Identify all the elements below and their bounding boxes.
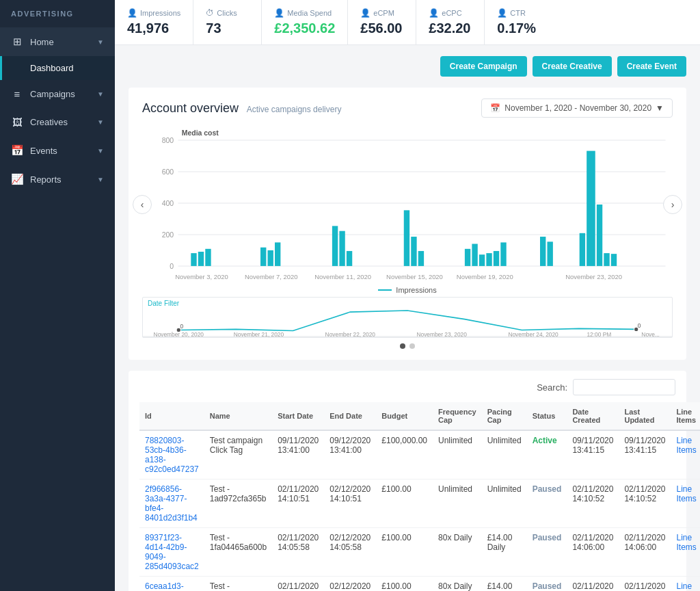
- calendar-icon: 📅: [490, 103, 500, 113]
- stat-impressions: 👤 Impressions 41,976: [115, 0, 193, 44]
- svg-text:800: 800: [162, 137, 174, 144]
- svg-text:November 23, 2020: November 23, 2020: [417, 331, 468, 337]
- clicks-value: 73: [206, 21, 249, 36]
- clicks-label: Clicks: [217, 9, 237, 17]
- ctr-label: CTR: [510, 9, 526, 17]
- svg-text:November 23, 2020: November 23, 2020: [565, 273, 622, 280]
- sidebar-subitem-dashboard-label: Dashboard: [30, 63, 74, 73]
- campaigns-table: Id Name Start Date End Date Budget Frequ…: [139, 402, 700, 591]
- impressions-label: Impressions: [140, 9, 180, 17]
- id-link[interactable]: 89371f23-4d14-42b9-9049-285d4093cac2: [145, 533, 199, 571]
- col-name: Name: [204, 402, 272, 430]
- mini-chart-area: 0 0 November 20, 2020 November 21, 2020 …: [142, 297, 673, 338]
- create-campaign-button[interactable]: Create Campaign: [440, 56, 527, 77]
- sidebar-item-reports-label: Reports: [30, 174, 97, 185]
- ecpc-icon: 👤: [429, 8, 439, 18]
- cell-date-created: 02/11/2020 14:06:00: [567, 528, 619, 577]
- id-link[interactable]: 2f966856-3a3a-4377-bfe4-8401d2d3f1b4: [145, 484, 198, 523]
- cell-frequency-cap: Unlimited: [433, 430, 482, 480]
- cell-pacing-cap: £14.00 Daily: [482, 528, 527, 577]
- svg-rect-18: [339, 231, 345, 266]
- main-area: 👤 Impressions 41,976 ⏱ Clicks 73 👤 Media…: [115, 0, 700, 591]
- chart-area: 800 600 400 200 0 Media cost: [142, 126, 673, 283]
- svg-text:November 20, 2020: November 20, 2020: [154, 331, 204, 337]
- sidebar-item-events[interactable]: 📅 Events ▼: [0, 136, 115, 165]
- ecpm-label: eCPM: [373, 9, 394, 17]
- sidebar-item-home[interactable]: ⊞ Home ▼: [0, 27, 115, 56]
- svg-rect-21: [411, 237, 416, 266]
- line-items-link[interactable]: Line Items: [677, 533, 697, 552]
- svg-text:0: 0: [180, 323, 183, 330]
- svg-text:400: 400: [162, 200, 174, 207]
- chart-title: Account overview: [142, 101, 239, 115]
- cell-budget: £100.00: [376, 577, 433, 592]
- cell-status: Paused: [527, 577, 567, 592]
- sidebar-item-reports[interactable]: 📈 Reports ▼: [0, 165, 115, 194]
- chart-dot-1[interactable]: [400, 343, 405, 349]
- date-range-label: November 1, 2020 - November 30, 2020: [504, 103, 651, 113]
- svg-rect-25: [479, 254, 485, 266]
- col-id: Id: [139, 402, 204, 430]
- cell-line-items: Line Items: [671, 528, 701, 577]
- bar-chart-svg: 800 600 400 200 0 Media cost: [142, 126, 673, 283]
- cell-status: Paused: [527, 528, 567, 577]
- cell-id: 78820803-53cb-4b36-a138-c92c0ed47237: [139, 430, 204, 480]
- brand-label: ADVERTISING: [0, 0, 115, 27]
- chart-subtitle: Active campaigns delivery: [247, 105, 342, 114]
- cell-pacing-cap: Unlimited: [482, 430, 527, 480]
- content-area: Create Campaign Create Creative Create E…: [115, 45, 700, 591]
- cell-status: Paused: [527, 480, 567, 528]
- svg-text:November 11, 2020: November 11, 2020: [314, 273, 371, 280]
- table-row: 2f966856-3a3a-4377-bfe4-8401d2d3f1b4 Tes…: [139, 480, 700, 528]
- sidebar-item-campaigns[interactable]: ≡ Campaigns ▼: [0, 80, 115, 108]
- stat-media-spend: 👤 Media Spend £2,350.62: [262, 0, 348, 44]
- svg-rect-28: [500, 242, 506, 266]
- cell-line-items: Line Items: [671, 430, 701, 480]
- ecpm-value: £56.00: [360, 21, 403, 36]
- svg-rect-12: [198, 252, 204, 266]
- chart-dot-2[interactable]: [409, 343, 415, 349]
- chart-panel: Account overview Active campaigns delive…: [129, 88, 686, 360]
- cell-line-items: Line Items: [671, 577, 701, 592]
- chart-pagination-dots: [142, 343, 673, 349]
- search-label: Search:: [537, 382, 567, 393]
- id-link[interactable]: 6ceaa1d3-2cc6-4f9d-9f13-fa6ab1bf8935: [145, 581, 195, 591]
- cell-name: Test - 1fa04465a600b: [204, 528, 272, 577]
- cell-end-date: 02/12/2020 14:05:58: [324, 528, 376, 577]
- mini-chart-svg: 0 0 November 20, 2020 November 21, 2020 …: [143, 298, 672, 337]
- search-input[interactable]: [573, 379, 675, 395]
- col-pacing-cap: PacingCap: [482, 402, 527, 430]
- sidebar-subitem-dashboard[interactable]: Dashboard: [0, 56, 115, 80]
- id-link[interactable]: 78820803-53cb-4b36-a138-c92c0ed47237: [145, 436, 199, 474]
- table-search-row: Search:: [139, 379, 675, 395]
- date-range-button[interactable]: 📅 November 1, 2020 - November 30, 2020 ▼: [481, 98, 673, 118]
- svg-rect-19: [347, 251, 352, 266]
- cell-id: 6ceaa1d3-2cc6-4f9d-9f13-fa6ab1bf8935: [139, 577, 204, 592]
- chart-prev-button[interactable]: ‹: [133, 195, 152, 214]
- create-creative-button[interactable]: Create Creative: [533, 56, 612, 77]
- line-items-link[interactable]: Line Items: [677, 436, 697, 455]
- svg-rect-29: [540, 237, 546, 266]
- cell-start-date: 02/11/2020 14:05:44: [272, 577, 324, 592]
- line-items-link[interactable]: Line Items: [677, 484, 697, 503]
- svg-text:Media cost: Media cost: [182, 129, 219, 137]
- line-items-link[interactable]: Line Items: [677, 581, 697, 591]
- table-header-row: Id Name Start Date End Date Budget Frequ…: [139, 402, 700, 430]
- svg-rect-30: [547, 241, 552, 266]
- sidebar-item-creatives[interactable]: 🖼 Creatives ▼: [0, 108, 115, 136]
- top-actions: Create Campaign Create Creative Create E…: [129, 56, 686, 77]
- cell-date-created: 09/11/2020 13:41:15: [567, 430, 619, 480]
- clicks-icon: ⏱: [206, 8, 214, 18]
- chart-next-button[interactable]: ›: [663, 195, 682, 214]
- svg-rect-20: [404, 210, 409, 266]
- svg-rect-15: [268, 250, 273, 266]
- create-event-button[interactable]: Create Event: [617, 56, 686, 77]
- svg-rect-24: [472, 244, 477, 266]
- svg-text:November 19, 2020: November 19, 2020: [457, 273, 513, 280]
- cell-pacing-cap: Unlimited: [482, 480, 527, 528]
- impressions-legend-label: Impressions: [396, 286, 436, 294]
- chart-header: Account overview Active campaigns delive…: [142, 98, 673, 118]
- svg-rect-16: [275, 242, 280, 266]
- svg-text:12:00 PM: 12:00 PM: [587, 331, 611, 337]
- media-spend-value: £2,350.62: [274, 21, 335, 36]
